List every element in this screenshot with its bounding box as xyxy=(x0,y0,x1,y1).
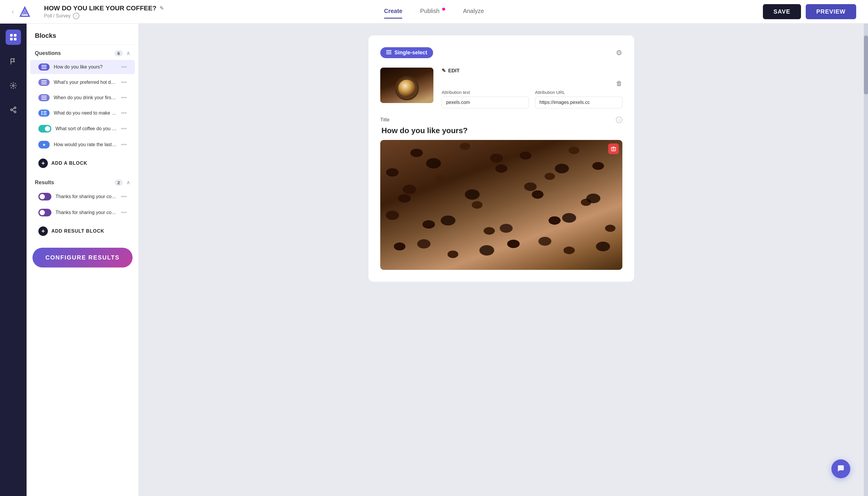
survey-title-area: HOW DO YOU LIKE YOUR COFFEE? ✎ Poll / Su… xyxy=(44,4,164,19)
svg-rect-20 xyxy=(41,97,47,98)
sidebar-rail xyxy=(0,24,27,496)
question-item-4[interactable]: What sort of coffee do you or... ••• xyxy=(30,121,135,136)
question-3-menu-icon[interactable]: ••• xyxy=(121,110,127,116)
question-title-text: How do you like yours? xyxy=(380,126,622,135)
configure-results-button[interactable]: CONFIGURE RESULTS xyxy=(32,248,133,267)
image-edit-button[interactable]: ✎ EDIT xyxy=(442,67,622,74)
logo-area[interactable]: ‹ xyxy=(12,4,32,19)
question-1-icon xyxy=(38,79,50,86)
add-result-label: ADD RESULT BLOCK xyxy=(51,229,104,234)
preview-button[interactable]: PREVIEW xyxy=(806,4,856,19)
svg-rect-4 xyxy=(14,34,17,36)
attribution-url-label: Attribution URL xyxy=(535,90,622,95)
image-edit-section: ✎ EDIT 🗑 Attribution text xyxy=(380,67,622,108)
question-5-icon: ★ xyxy=(38,141,50,149)
card-type-label: Single-select xyxy=(394,50,427,56)
svg-point-7 xyxy=(12,85,14,87)
card-settings-icon[interactable]: ⚙ xyxy=(616,49,622,57)
question-3-icon xyxy=(38,110,50,117)
survey-title: HOW DO YOU LIKE YOUR COFFEE? ✎ xyxy=(44,4,164,12)
attribution-text-input[interactable] xyxy=(442,96,529,108)
questions-label: Questions xyxy=(35,50,61,57)
question-0-menu-icon[interactable]: ••• xyxy=(121,64,127,70)
nav-create[interactable]: Create xyxy=(384,8,402,16)
svg-rect-24 xyxy=(41,113,43,114)
question-item-3[interactable]: What do you need to make yo... ••• xyxy=(30,106,135,120)
question-2-icon xyxy=(38,94,50,101)
svg-rect-3 xyxy=(10,34,13,36)
card-type-icon xyxy=(386,50,391,56)
scrollbar-track xyxy=(864,24,868,496)
rail-flag-icon[interactable] xyxy=(5,54,21,69)
result-0-label: Thanks for sharing your coffe... xyxy=(56,194,117,199)
survey-title-edit-icon[interactable]: ✎ xyxy=(159,5,164,12)
main-nav: Create Publish Analyze xyxy=(384,8,484,16)
rail-share-icon[interactable] xyxy=(5,102,21,118)
results-label: Results xyxy=(35,180,54,186)
attribution-url-input[interactable] xyxy=(535,96,622,108)
svg-rect-28 xyxy=(386,50,391,51)
title-label: Title xyxy=(380,117,390,123)
result-item-0[interactable]: Thanks for sharing your coffe... ••• xyxy=(30,189,135,204)
attribution-url-group: Attribution URL xyxy=(535,90,622,108)
title-section: Title i How do you like yours? xyxy=(380,117,622,270)
question-item-5[interactable]: ★ How would you rate the last c... ••• xyxy=(30,137,135,152)
question-item-1[interactable]: What's your preferred hot drin... ••• xyxy=(30,75,135,90)
image-delete-icon[interactable]: 🗑 xyxy=(616,80,622,88)
scrollbar-thumb[interactable] xyxy=(864,35,868,94)
question-1-menu-icon[interactable]: ••• xyxy=(121,79,127,86)
svg-rect-29 xyxy=(386,52,391,52)
main-layout: Blocks Questions 6 ∧ How do you like you… xyxy=(0,24,868,496)
main-image-delete-icon[interactable] xyxy=(608,143,619,154)
nav-publish[interactable]: Publish xyxy=(420,8,445,16)
svg-rect-22 xyxy=(41,111,43,112)
question-item-0[interactable]: How do you like yours? ••• xyxy=(30,60,135,74)
question-5-label: How would you rate the last c... xyxy=(54,142,117,147)
svg-rect-6 xyxy=(14,38,17,41)
app-logo xyxy=(17,4,32,19)
add-block-button[interactable]: + ADD A BLOCK xyxy=(30,155,135,172)
blocks-title: Blocks xyxy=(35,32,56,39)
back-arrow-icon[interactable]: ‹ xyxy=(12,8,14,16)
rail-grid-icon[interactable] xyxy=(5,30,21,45)
question-item-2[interactable]: When do you drink your first c... ••• xyxy=(30,91,135,105)
question-3-label: What do you need to make yo... xyxy=(54,110,117,116)
result-0-menu-icon[interactable]: ••• xyxy=(121,194,127,200)
nav-analyze[interactable]: Analyze xyxy=(463,8,484,16)
results-chevron-icon[interactable]: ∧ xyxy=(126,179,130,186)
svg-point-8 xyxy=(14,107,16,109)
save-button[interactable]: SAVE xyxy=(763,4,801,19)
svg-rect-5 xyxy=(10,38,13,41)
edit-pencil-icon: ✎ xyxy=(442,67,446,74)
question-5-menu-icon[interactable]: ••• xyxy=(121,142,127,148)
blocks-header: Blocks xyxy=(27,24,138,45)
main-image-container xyxy=(380,140,622,270)
chat-bubble-button[interactable] xyxy=(832,460,850,478)
question-4-menu-icon[interactable]: ••• xyxy=(121,126,127,132)
navbar: ‹ HOW DO YOU LIKE YOUR COFFEE? ✎ Poll / … xyxy=(0,0,868,24)
add-result-block-button[interactable]: + ADD RESULT BLOCK xyxy=(30,223,135,239)
svg-rect-19 xyxy=(41,96,47,96)
attribution-text-label: Attribution text xyxy=(442,90,529,95)
add-result-plus-icon: + xyxy=(38,227,48,236)
publish-badge xyxy=(442,8,445,11)
svg-rect-14 xyxy=(41,67,47,67)
result-1-icon xyxy=(38,209,51,216)
svg-rect-30 xyxy=(386,53,391,54)
card-type-badge: Single-select xyxy=(380,47,433,58)
title-info-icon[interactable]: i xyxy=(616,117,622,123)
question-2-menu-icon[interactable]: ••• xyxy=(121,95,127,101)
blocks-panel: Blocks Questions 6 ∧ How do you like you… xyxy=(27,24,139,496)
image-controls: ✎ EDIT 🗑 Attribution text xyxy=(442,67,622,108)
subtitle-info-icon[interactable]: i xyxy=(73,13,79,19)
svg-rect-27 xyxy=(43,114,47,115)
survey-title-text: HOW DO YOU LIKE YOUR COFFEE? xyxy=(44,4,156,12)
rail-settings-icon[interactable] xyxy=(5,78,21,93)
svg-rect-17 xyxy=(41,82,47,83)
svg-rect-16 xyxy=(41,80,47,81)
result-item-1[interactable]: Thanks for sharing your coffe... ••• xyxy=(30,205,135,220)
svg-line-12 xyxy=(12,108,14,110)
result-1-menu-icon[interactable]: ••• xyxy=(121,210,127,216)
result-1-label: Thanks for sharing your coffe... xyxy=(56,210,117,215)
questions-chevron-icon[interactable]: ∧ xyxy=(126,50,130,57)
